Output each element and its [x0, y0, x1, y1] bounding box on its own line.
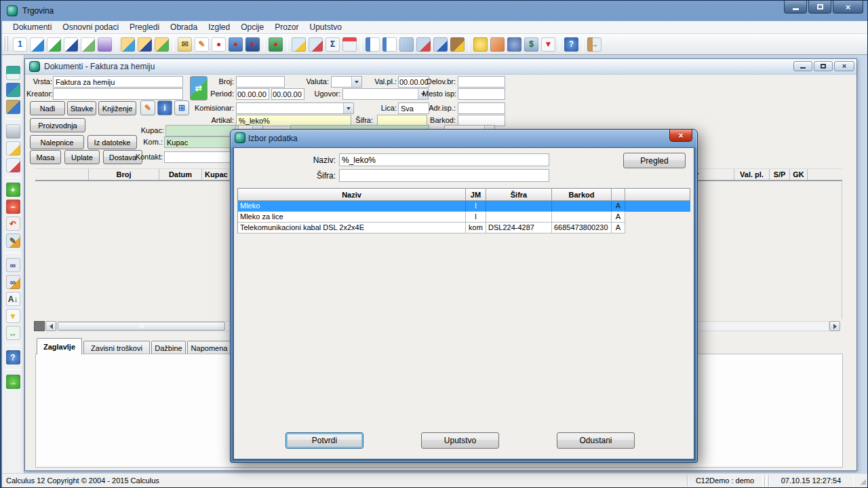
record-document-icon[interactable]: ● — [212, 37, 226, 52]
potvrdi-button[interactable]: Potvrdi — [285, 432, 363, 449]
kreator-input[interactable] — [53, 88, 183, 100]
view-person-icon[interactable] — [433, 37, 448, 52]
print-direct-icon[interactable] — [6, 141, 20, 155]
exit-door-icon[interactable]: → — [587, 37, 601, 52]
masa-button[interactable]: Masa — [30, 150, 61, 164]
scroll-right-button[interactable] — [829, 321, 840, 331]
iz-datoteke-button[interactable]: Iz datoteke — [87, 135, 137, 149]
delovbr-input[interactable] — [458, 76, 505, 88]
save-form-icon[interactable] — [6, 83, 20, 97]
record-book-blue-icon[interactable]: ● — [229, 37, 243, 52]
maximize-button[interactable] — [808, 1, 831, 14]
uputstvo-button[interactable]: Uputstvo — [421, 432, 499, 449]
settings-gear-icon[interactable] — [507, 37, 521, 52]
splitter-box[interactable] — [34, 321, 45, 331]
grid-row[interactable]: MlekolA — [237, 201, 690, 212]
book-idea-icon[interactable] — [450, 37, 465, 52]
view-grid-icon[interactable] — [382, 37, 397, 52]
resize-grip[interactable]: ◢ — [861, 477, 866, 486]
view-left-panel-icon[interactable] — [366, 37, 380, 52]
menu-izgled[interactable]: Izgled — [203, 21, 235, 34]
nalepnice-button[interactable]: Nalepnice — [30, 135, 84, 149]
menu-obrada[interactable]: Obrada — [165, 21, 203, 34]
grid-header-naziv[interactable]: Naziv — [238, 189, 466, 201]
header-col-blank[interactable] — [35, 169, 88, 180]
view-remove-icon[interactable] — [416, 37, 431, 52]
tab-zavisni-troskovi[interactable]: Zavisni troškovi — [83, 341, 150, 354]
scroll-left-button[interactable] — [45, 321, 56, 331]
import-document-icon[interactable] — [47, 37, 61, 52]
header-col-gk[interactable]: GK — [789, 169, 807, 180]
dropdown-arrow-icon[interactable] — [343, 103, 353, 113]
doc-close-button[interactable]: × — [834, 61, 854, 71]
minimize-button[interactable] — [784, 1, 807, 14]
grid-row[interactable]: Mleko za licelA — [237, 212, 690, 223]
pregled-button[interactable]: Pregled — [623, 153, 686, 168]
help-icon[interactable]: ? — [564, 37, 578, 52]
close-button[interactable]: × — [833, 1, 863, 14]
menu-osnovni-podaci[interactable]: Osnovni podaci — [57, 21, 124, 34]
adrisp-input[interactable] — [458, 102, 505, 114]
grid-row[interactable]: Telekomunikacioni kabal DSL 2x2x4EkomDSL… — [237, 223, 690, 233]
filter-icon[interactable]: ▼ — [6, 309, 20, 323]
period-from-input[interactable] — [236, 88, 269, 100]
undo-icon[interactable]: ↶ — [6, 217, 20, 231]
odustani-button[interactable]: Odustani — [557, 432, 635, 449]
stavke-button[interactable]: Stavke — [67, 101, 96, 115]
uplate-button[interactable]: Uplate — [64, 150, 100, 164]
ugovor-combo[interactable] — [342, 88, 429, 100]
folder-import-icon[interactable] — [121, 37, 135, 52]
edit-document-icon[interactable]: ✎ — [195, 37, 209, 52]
record-book-navy-icon[interactable]: ● — [245, 37, 260, 52]
valuta-combo[interactable] — [331, 76, 362, 88]
help-icon[interactable]: ? — [6, 350, 20, 364]
broj-input[interactable] — [236, 76, 285, 88]
red-mark-icon[interactable]: ▼ — [541, 37, 555, 52]
grid-header-flag[interactable] — [612, 189, 625, 201]
toolbar-grip[interactable] — [5, 36, 8, 52]
header-col-datum[interactable]: Datum — [159, 169, 201, 180]
calendar-icon[interactable] — [342, 37, 357, 52]
folder-undo-icon[interactable] — [155, 37, 169, 52]
forward-document-icon[interactable] — [64, 37, 78, 52]
folder-store-icon[interactable] — [138, 37, 152, 52]
fit-view-icon[interactable]: ↔ — [6, 326, 20, 340]
collapse-rows-icon[interactable] — [98, 37, 112, 52]
add-row-icon[interactable]: + — [6, 183, 20, 197]
dialog-close-button[interactable]: × — [669, 130, 692, 142]
sort-az-icon[interactable]: A↓ — [6, 292, 20, 306]
vrsta-input[interactable] — [53, 76, 183, 88]
dialog-sifra-input[interactable] — [339, 169, 549, 182]
horizontal-scrollbar-thumb[interactable] — [58, 322, 225, 331]
edit-note-icon[interactable]: ✎ — [6, 233, 20, 248]
open-document-icon[interactable] — [30, 37, 44, 52]
record-book-green-icon[interactable]: ● — [269, 37, 283, 52]
send-document-icon[interactable] — [81, 37, 95, 52]
document-window-titlebar[interactable]: Dokumenti - Faktura za hemiju × — [25, 59, 856, 75]
transfer-button[interactable]: ⇄ — [190, 76, 208, 100]
dialog-naziv-input[interactable] — [339, 153, 549, 166]
save-icon[interactable] — [6, 66, 20, 80]
header-col-valpl[interactable]: Val. pl. — [734, 169, 769, 180]
copies-idea-icon[interactable] — [292, 37, 306, 52]
view-copies-icon[interactable] — [399, 37, 414, 52]
knjizenje-button[interactable]: Knjiženje — [98, 101, 136, 115]
header-col-sp[interactable]: S/P — [769, 169, 789, 180]
mestoisp-input[interactable] — [458, 88, 505, 100]
titlebar[interactable]: Trgovina × — [1, 1, 868, 21]
menu-uputstvo[interactable]: Uputstvo — [304, 21, 347, 34]
proizvodnja-button[interactable]: Proizvodnja — [30, 118, 85, 132]
menu-pregledi[interactable]: Pregledi — [124, 21, 165, 34]
person-info-button[interactable]: i — [157, 100, 172, 115]
nadji-button[interactable]: Nađi — [30, 101, 65, 115]
menu-dokumenti[interactable]: Dokumenti — [7, 21, 57, 34]
exit-app-icon[interactable]: → — [6, 375, 20, 389]
save-archive-icon[interactable] — [6, 100, 20, 114]
grid-header-jm[interactable]: JM — [466, 189, 486, 201]
menu-opcije[interactable]: Opcije — [235, 21, 269, 34]
mail-send-icon[interactable]: ✉ — [178, 37, 192, 52]
tag-icon[interactable] — [490, 37, 505, 52]
period-to-input[interactable] — [271, 88, 304, 100]
doc-maximize-button[interactable] — [814, 61, 833, 71]
idea-bulb-icon[interactable] — [473, 37, 488, 52]
